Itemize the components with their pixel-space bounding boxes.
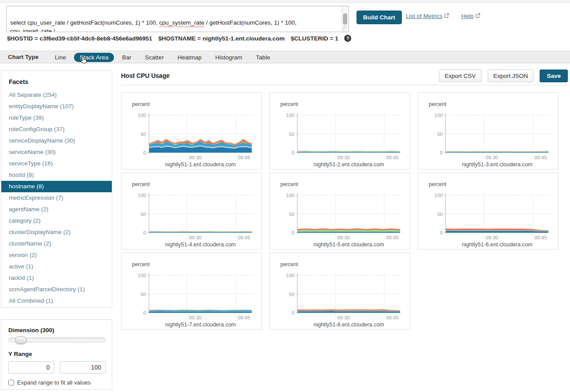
- build-chart-button[interactable]: Build Chart: [357, 11, 402, 24]
- facet-item[interactable]: serviceName (30): [1, 147, 112, 158]
- facet-item[interactable]: rackId (1): [1, 272, 112, 284]
- svg-text:50: 50: [437, 212, 443, 217]
- facet-item[interactable]: clusterDisplayName (2): [1, 227, 112, 238]
- svg-text:100: 100: [138, 273, 146, 278]
- save-button[interactable]: Save: [540, 70, 568, 82]
- svg-text:100: 100: [286, 113, 294, 118]
- svg-text:0: 0: [440, 150, 443, 155]
- main-area: Host CPU Usage Export CSV Export JSON Sa…: [121, 69, 568, 330]
- dimension-slider[interactable]: [8, 337, 106, 342]
- svg-text:0: 0: [292, 310, 294, 315]
- chart-card: 05010009:3009:45percentnightly51-7.ent.c…: [121, 253, 262, 330]
- chart-type-option[interactable]: Line: [49, 53, 72, 62]
- chart-card: 05010009:3009:45percentnightly51-3.ent.c…: [418, 92, 559, 169]
- help-label: Help: [461, 13, 474, 19]
- svg-text:09:30: 09:30: [189, 235, 202, 240]
- svg-text:percent: percent: [132, 101, 150, 107]
- svg-text:percent: percent: [429, 181, 447, 187]
- svg-text:100: 100: [434, 113, 443, 118]
- svg-text:0: 0: [143, 150, 146, 155]
- svg-text:percent: percent: [132, 261, 150, 267]
- facet-item[interactable]: agentName (2): [1, 204, 112, 215]
- chart-type-option[interactable]: Table: [250, 53, 276, 62]
- facet-item[interactable]: hostId (8): [1, 169, 112, 181]
- chart-type-option[interactable]: Bar: [116, 53, 137, 62]
- svg-text:0: 0: [292, 150, 294, 155]
- facet-item[interactable]: version (2): [1, 249, 112, 261]
- query-clipped-line: select cpu_user_rate / getHostFact(numCo…: [10, 18, 339, 32]
- svg-text:nightly51-1.ent.cloudera.com: nightly51-1.ent.cloudera.com: [165, 161, 236, 168]
- chart-grid: 05010009:3009:45percentnightly51-1.ent.c…: [121, 92, 568, 330]
- svg-text:percent: percent: [132, 181, 150, 187]
- facet-item[interactable]: roleType (39): [1, 112, 112, 124]
- facet-list: All Separate (254)entityDisplayName (107…: [1, 89, 112, 307]
- expand-range-checkbox[interactable]: [8, 380, 14, 385]
- dimension-slider-thumb[interactable]: [15, 336, 27, 344]
- svg-text:50: 50: [140, 292, 146, 297]
- chart-card: 05010009:3009:45percentnightly51-2.ent.c…: [269, 92, 410, 169]
- svg-text:09:30: 09:30: [189, 155, 202, 160]
- hostid-variable: $HOSTID = c3f6ed39-cb5f-4dc6-8eb8-456e6a…: [7, 35, 152, 42]
- export-csv-button[interactable]: Export CSV: [439, 70, 482, 82]
- facet-item[interactable]: entityDisplayName (107): [1, 101, 112, 112]
- svg-text:09:45: 09:45: [534, 155, 547, 160]
- facet-item[interactable]: roleConfigGroup (37): [1, 124, 112, 135]
- export-json-button[interactable]: Export JSON: [488, 70, 534, 82]
- facet-item[interactable]: scmAgentParcelDirectory (1): [1, 284, 112, 295]
- svg-text:0: 0: [143, 230, 146, 235]
- svg-text:percent: percent: [280, 261, 298, 267]
- svg-text:nightly51-6.ent.cloudera.com: nightly51-6.ent.cloudera.com: [462, 242, 533, 248]
- chart-type-option[interactable]: Histogram: [210, 53, 248, 62]
- facet-item[interactable]: All Combined (1): [1, 295, 112, 307]
- facet-item[interactable]: metricExpression (7): [1, 192, 112, 204]
- svg-text:09:45: 09:45: [386, 235, 399, 240]
- question-mark-icon[interactable]: ?: [344, 35, 351, 42]
- svg-text:nightly51-7.ent.cloudera.com: nightly51-7.ent.cloudera.com: [165, 322, 236, 328]
- svg-text:100: 100: [138, 113, 146, 118]
- facet-item[interactable]: hostname (8): [1, 181, 112, 192]
- chart-card: 05010009:3009:45percentnightly51-8.ent.c…: [269, 253, 410, 330]
- chart-controls-panel: Dimension (300) Y Range Expand range to …: [1, 319, 112, 390]
- hostname-variable: $HOSTNAME = nightly51-1.ent.cloudera.com: [158, 35, 285, 42]
- svg-text:09:45: 09:45: [238, 235, 250, 240]
- clusterid-variable: $CLUSTERID = 1: [291, 35, 338, 42]
- y-max-input[interactable]: [60, 361, 106, 374]
- chart-card: 05010009:3009:45percentnightly51-1.ent.c…: [121, 92, 262, 169]
- chart-type-bar: Chart Type LineStack AreaBarScatterHeatm…: [0, 51, 570, 63]
- svg-text:09:45: 09:45: [238, 155, 250, 160]
- svg-text:50: 50: [140, 212, 146, 217]
- chart-type-option[interactable]: Stack Area: [74, 53, 114, 62]
- divider: [121, 85, 568, 85]
- facet-item[interactable]: All Separate (254): [1, 89, 112, 101]
- list-of-metrics-link[interactable]: List of Metrics: [406, 13, 449, 19]
- external-link-icon: [475, 13, 480, 19]
- facet-item[interactable]: serviceDisplayName (30): [1, 135, 112, 147]
- svg-text:09:30: 09:30: [189, 315, 202, 320]
- chart-type-option[interactable]: Scatter: [139, 53, 169, 62]
- y-range-label: Y Range: [8, 351, 105, 357]
- svg-text:nightly51-5.ent.cloudera.com: nightly51-5.ent.cloudera.com: [313, 242, 384, 248]
- facet-item[interactable]: category (2): [1, 215, 112, 227]
- query-resize-handle[interactable]: [342, 26, 348, 31]
- chart-card: 05010009:3009:45percentnightly51-6.ent.c…: [418, 172, 559, 249]
- query-scrollbar-thumb[interactable]: [343, 13, 347, 25]
- chart-type-option[interactable]: Heatmap: [172, 53, 207, 62]
- svg-text:50: 50: [289, 212, 294, 217]
- page: select cpu_user_rate / getHostFact(numCo…: [0, 0, 570, 392]
- facet-item[interactable]: serviceType (16): [1, 158, 112, 169]
- help-link[interactable]: Help: [461, 13, 480, 19]
- query-input[interactable]: select cpu_user_rate / getHostFact(numCo…: [6, 6, 349, 32]
- facet-item[interactable]: clusterName (2): [1, 238, 112, 249]
- facet-item[interactable]: active (1): [1, 261, 112, 272]
- dimension-label: Dimension (300): [8, 327, 105, 333]
- svg-text:0: 0: [292, 230, 294, 235]
- svg-text:100: 100: [286, 273, 294, 278]
- svg-text:0: 0: [440, 230, 443, 235]
- y-min-input[interactable]: [8, 361, 54, 374]
- external-link-icon: [444, 13, 449, 19]
- page-title: Host CPU Usage: [121, 72, 433, 79]
- svg-text:50: 50: [140, 132, 146, 137]
- svg-text:09:30: 09:30: [485, 235, 498, 240]
- query-scrollbar[interactable]: [342, 7, 348, 26]
- svg-text:0: 0: [143, 310, 146, 315]
